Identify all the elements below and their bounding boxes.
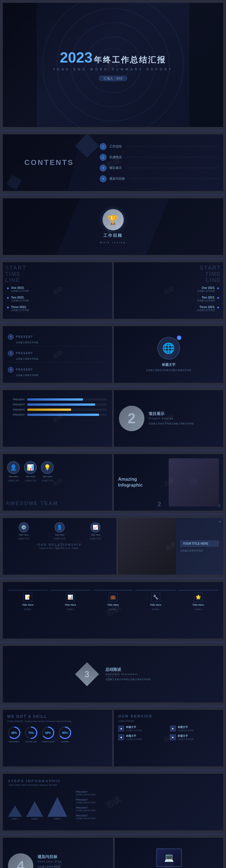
bar-item-3: PRESENT: [8, 408, 107, 411]
rel-item-3: 📈 Title Here 点击输入文字: [79, 522, 112, 540]
slide-monitor: 志设 💻 标题文字 点击输入具体文字内容: [115, 838, 223, 868]
slide-steps-infographic: 志设 STEPS INFOGRAPHIC • Nunc Diam Semi Co…: [3, 774, 223, 830]
team-member-2: 📊 Title Here 点击输入文字: [24, 461, 37, 482]
step-item-3: PRESENT 点击输入具体文字内容: [76, 806, 218, 812]
title-main: 年终工作总结汇报: [94, 55, 166, 65]
slide-amazing-infographic: 志设 Amazing Infographic 🏙️ 2 1: [114, 454, 223, 511]
skill-3: 90% CONSULTING: [41, 726, 55, 743]
bar-item-1: PRESENT: [8, 398, 107, 401]
step-item-4: PRESENT 点击输入具体文字内容: [76, 814, 218, 820]
awesome-team-label: AWESOME TEAM: [6, 500, 58, 506]
service-text: 点击输入具体内容: [118, 720, 219, 722]
present-item-1: ① PRESENT 点击输入具体文字内容: [8, 334, 107, 346]
slide-bar-chart: 志设 PRESENT PRESENT PRESENT PRESENT: [3, 390, 112, 447]
col-item-3: 💼 Title Here 点击输入: [93, 590, 133, 611]
relationship-label: OUR RELATIONSHIP: [7, 543, 112, 546]
contents-item-1: 1 工作总结: [100, 143, 219, 150]
photo-text: 点击输入具体文字内容: [180, 549, 219, 552]
contents-text-1: 工作总结: [109, 144, 122, 149]
globe-title: 标题文字: [162, 363, 176, 367]
contents-text-2: 完成情况: [109, 155, 122, 159]
col-item-2: 📊 Title Here 点击输入: [50, 590, 90, 611]
contents-item-2: 2 完成情况: [100, 154, 219, 161]
contents-item-3: 3 项目展示: [100, 165, 219, 172]
contents-text-4: 规划与目标: [109, 177, 125, 181]
section4-label: 规划与目标: [38, 855, 62, 860]
step-item-2: PRESENT 点击输入具体文字内容: [76, 798, 218, 804]
timeline-item-r1: One 2023. 点击输入文字内容: [197, 286, 219, 292]
summary3-text: 点击输入具体文字内容点击输入具体文字内容: [105, 678, 151, 681]
rel-item-1: ⚙️ Title Here 点击输入文字: [7, 522, 40, 540]
contents-num-3: 3: [100, 165, 107, 172]
present-item-3: ③ PRESENT 点击输入具体文字内容: [8, 367, 107, 377]
present-item-2: ② PRESENT 点击输入具体文字内容: [8, 350, 107, 363]
section2-number: 2: [128, 410, 136, 427]
relationship-text: Thanks To Tell 17 Years With Us To - Sam…: [7, 547, 112, 549]
skill-4: 90% CODING: [58, 726, 72, 743]
service-item-1: ● 标题文字 点击输入文字内容: [118, 725, 167, 732]
rel-item-2: 👤 Title Here 点击输入文字: [43, 522, 76, 540]
globe-text: 点击输入具体文字内容点击输入具体文字内容: [146, 369, 191, 372]
section4-sublabel: Next year plan: [38, 860, 62, 863]
infographic-title: Amazing Infographic: [118, 476, 168, 488]
skill-1: 88% DESIGNER: [7, 726, 21, 743]
slide-title: 志设 2023 年终工作总结汇报 YEAR END WORK SUMMARY R…: [3, 3, 223, 127]
slide-five-columns: 志设 📝 Title Here 点击输入 📊 Title Here 点击输入 💼…: [3, 582, 223, 639]
section2-sublabel: Project display: [149, 417, 194, 420]
section2-text: 点击输入具体文字内容点击输入具体文字内容: [149, 422, 194, 425]
reporter-label: 汇报人：XXX: [99, 75, 127, 81]
contents-num-1: 1: [100, 143, 107, 150]
timeline-item-r2: Two 2023. 点击输入文字内容: [197, 296, 219, 302]
slide-section2: 志设 2 项目展示 Project display 点击输入具体文字内容点击输入…: [114, 390, 223, 447]
slide-timeline-left: 志设 START TIME LINE One 2023. 点击输入文字内容 Tw…: [3, 262, 112, 319]
section4-text: 点击输入具体文字内容: [38, 865, 62, 868]
service-item-3: ● 标题文字 点击输入文字内容: [118, 734, 167, 741]
skill-2: 75% VISUAL LIFE: [24, 726, 38, 743]
slide-timeline-right: 志设 START TIME LINE One 2023. 点击输入文字内容 Tw…: [114, 262, 223, 319]
slide-our-service: 志设 OUR SERVICE 点击输入具体内容 ● 标题文字 点击输入文字内容 …: [114, 710, 223, 767]
slide-skills: 志设 WE GOT A SKILL 点击输入具体内容，Heading Anim …: [3, 710, 112, 767]
summary3-sublabel: Summary Statement: [105, 673, 151, 676]
skills-title: WE GOT A SKILL: [7, 714, 108, 719]
slide-awesome-team: 志设 AWESOME TEAM 👤 Title Here 点击输入文字 📊 Ti…: [3, 454, 112, 511]
work-review-label: 工作回顾: [103, 233, 123, 238]
slide-contents: 志设 CONTENTS 1 工作总结 2 完成情况 3 项目展示 4 规划与目标: [3, 134, 223, 191]
section2-label: 项目展示: [149, 411, 194, 416]
step-item-1: PRESENT 点击输入具体文字内容: [76, 790, 218, 796]
slide-section4: 志设 4 规划与目标 Next year plan 点击输入具体文字内容: [3, 838, 113, 868]
title-year: 2023: [60, 49, 93, 66]
timeline-item-r3: Three 2023. 点击输入文字内容: [197, 306, 219, 312]
contents-num-2: 2: [100, 154, 107, 161]
slide-work-review: 志设 🏆 工作回顾 Work review: [3, 198, 223, 255]
col-item-1: 📝 Title Here 点击输入: [8, 590, 48, 611]
team-member-1: 👤 Title Here 点击输入文字: [7, 461, 20, 482]
steps-subtitle: • Nunc Diam Semi Commodo A-Mauruis 5& Ar…: [8, 784, 218, 786]
contents-label: CONTENTS: [24, 158, 74, 167]
timeline-item-2: Two 2023. 点击输入文字内容: [7, 296, 108, 302]
slide-photo-title: 志设 🏗️ YOUR TITLE HERE 点击输入具体文字内容 ✦: [118, 518, 223, 575]
service-title: OUR SERVICE: [118, 714, 219, 718]
contents-text-3: 项目展示: [109, 166, 122, 170]
slide-relationship: 志设 ⚙️ Title Here 点击输入文字 👤 Title Here 点击输…: [3, 518, 116, 575]
team-member-3: 💡 Title Here 点击输入文字: [41, 461, 54, 482]
work-review-sublabel: Work review: [100, 241, 126, 244]
slide-globe: 志设 🌐 + 标题文字 点击输入具体文字内容点击输入具体文字内容: [114, 326, 223, 383]
steps-title: STEPS INFOGRAPHIC: [8, 779, 218, 783]
bar-item-4: PRESENT: [8, 413, 107, 416]
slide-present-list: 志设 ① PRESENT 点击输入具体文字内容 ② PRESENT 点击输入具体…: [3, 326, 112, 383]
service-item-2: ● 标题文字 点击输入文字内容: [170, 725, 219, 732]
timeline-item-1: One 2023. 点击输入文字内容: [7, 286, 108, 292]
service-item-4: ● 标题文字 点击输入文字内容: [170, 734, 219, 741]
section4-number: 4: [17, 858, 25, 868]
bar-item-2: PRESENT: [8, 403, 107, 406]
contents-num-4: 4: [100, 176, 107, 182]
timeline-item-3: Three 2023. 点击输入文字内容: [7, 306, 108, 312]
col-item-5: 🌟 Title Here 点击输入: [178, 590, 218, 611]
summary3-label: 总结陈述: [105, 667, 151, 672]
col-item-4: 🔧 Title Here 点击输入: [136, 590, 176, 611]
photo-title: YOUR TITLE HERE: [183, 542, 216, 545]
slide-summary-section3: 志设 3 总结陈述 Summary Statement 点击输入具体文字内容点击…: [3, 646, 223, 703]
title-subtitle: YEAR END WORK SUMMARY REPORT: [53, 68, 173, 71]
skills-text: 点击输入具体内容，Heading Anim Semper Commodo A-M…: [7, 720, 108, 723]
contents-item-4: 4 规划与目标: [100, 176, 219, 182]
